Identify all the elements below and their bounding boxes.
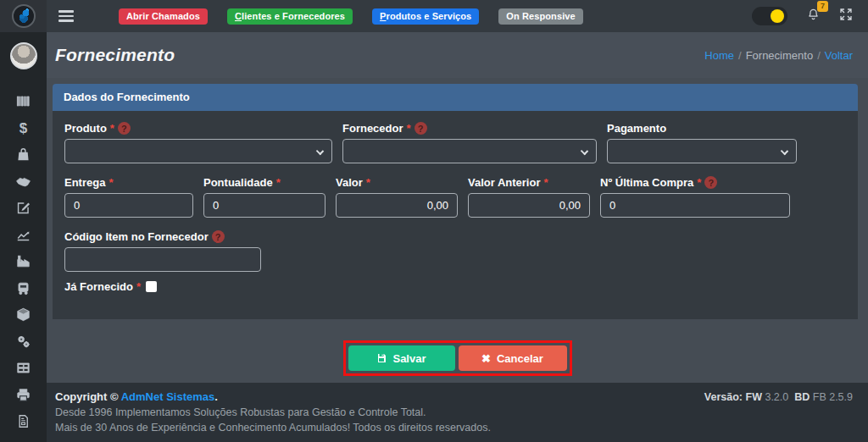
shopping-bag-icon[interactable]: [15, 146, 32, 163]
handshake-icon[interactable]: [15, 174, 32, 190]
fornecedor-select[interactable]: [342, 139, 597, 163]
theme-toggle[interactable]: [752, 7, 787, 25]
codigo-item-input[interactable]: [64, 247, 261, 272]
dollar-icon[interactable]: $: [15, 120, 32, 136]
shortcut-produtos-servicos[interactable]: Produtos e Serviços: [372, 8, 479, 25]
ja-fornecido-label: Já Fornecido*: [64, 280, 141, 293]
copyright-line: Copyright © AdmNet Sistemas.: [55, 390, 218, 403]
pagamento-label: Pagamento: [607, 122, 797, 135]
cogs-icon[interactable]: [15, 334, 32, 350]
file-invoice-icon[interactable]: [15, 413, 32, 429]
toggle-knob: [771, 9, 784, 23]
breadcrumb: Home/Fornecimento/Voltar: [704, 49, 853, 62]
bus-icon[interactable]: [15, 280, 32, 296]
entrega-label: Entrega*: [64, 176, 193, 189]
breadcrumb-home-link[interactable]: Home: [704, 49, 734, 62]
valor-input[interactable]: [336, 193, 458, 218]
notification-count-badge: 7: [817, 1, 828, 12]
printer-icon[interactable]: [15, 387, 32, 403]
box-icon[interactable]: [15, 307, 32, 323]
pontualidade-input[interactable]: [203, 193, 326, 218]
page-title: Fornecimento: [55, 45, 175, 65]
panel-body: Produto*? Fornecedor*? Pagamento: [53, 111, 858, 319]
fornecimento-panel: Dados do Fornecimento Produto*? Forneced…: [53, 84, 858, 319]
shortcut-clientes-fornecedores[interactable]: Clientes e Fornecedores: [227, 8, 353, 25]
codigo-item-help-icon[interactable]: ?: [212, 230, 225, 243]
admnet-link[interactable]: AdmNet Sistemas: [121, 390, 215, 403]
fullscreen-icon: [839, 8, 853, 21]
topbar-shortcuts: Abrir Chamados Clientes e Fornecedores P…: [119, 8, 583, 25]
produto-help-icon[interactable]: ?: [118, 122, 131, 135]
sidebar: $: [0, 0, 47, 442]
footer: Copyright © AdmNet Sistemas. Versão: FW …: [47, 383, 868, 442]
produto-label: Produto*?: [64, 122, 332, 135]
chevron-down-icon: [581, 147, 588, 155]
breadcrumb-voltar-link[interactable]: Voltar: [825, 49, 853, 62]
version-info: Versão: FW 3.2.0 BD FB 2.5.9: [704, 391, 853, 403]
app-logo[interactable]: [0, 0, 47, 32]
user-avatar[interactable]: [10, 42, 37, 69]
breadcrumb-current: Fornecimento: [746, 49, 813, 62]
footer-line-2: Desde 1996 Implementamos Soluções Robust…: [55, 406, 853, 418]
pontualidade-label: Pontualidade*: [203, 176, 326, 189]
edit-icon[interactable]: [15, 200, 32, 216]
chevron-down-icon: [781, 147, 788, 155]
chart-line-icon[interactable]: [15, 227, 32, 243]
footer-line-3: Mais de 30 Anos de Experiência e Conheci…: [55, 422, 853, 434]
table-icon[interactable]: [15, 360, 32, 376]
shortcut-abrir-chamados[interactable]: Abrir Chamados: [119, 8, 208, 25]
valor-anterior-input[interactable]: [468, 193, 590, 218]
x-icon: ✖: [481, 352, 491, 365]
shortcut-on-responsive[interactable]: On Responsive: [498, 8, 582, 25]
cancel-button[interactable]: ✖ Cancelar: [459, 345, 567, 371]
entrega-input[interactable]: [64, 193, 193, 218]
codigo-item-label: Código Item no Fornecedor?: [64, 230, 261, 243]
globe-logo-icon: [12, 4, 36, 28]
topbar: Abrir Chamados Clientes e Fornecedores P…: [47, 0, 868, 32]
ultima-compra-help-icon[interactable]: ?: [704, 176, 717, 189]
panel-title: Dados do Fornecimento: [53, 84, 858, 111]
ja-fornecido-checkbox[interactable]: [146, 281, 157, 292]
annotation-highlight-box: Salvar ✖ Cancelar: [343, 340, 572, 376]
menu-icon[interactable]: [58, 8, 74, 25]
num-ultima-compra-input[interactable]: [600, 193, 790, 218]
main-content: Dados do Fornecimento Produto*? Forneced…: [47, 78, 868, 383]
save-icon: [376, 353, 387, 363]
num-ultima-compra-label: Nº Última Compra*?: [600, 176, 790, 189]
fornecedor-help-icon[interactable]: ?: [415, 122, 427, 135]
chevron-down-icon: [316, 147, 324, 155]
valor-label: Valor*: [336, 176, 458, 189]
fornecedor-label: Fornecedor*?: [342, 122, 597, 135]
valor-anterior-label: Valor Anterior*: [468, 176, 590, 189]
produto-select[interactable]: [64, 139, 332, 163]
page-header: Fornecimento Home/Fornecimento/Voltar: [47, 32, 868, 78]
fullscreen-button[interactable]: [839, 8, 853, 25]
notifications-button[interactable]: 7: [806, 7, 821, 25]
barcode-icon[interactable]: [15, 93, 32, 109]
save-button[interactable]: Salvar: [348, 345, 455, 371]
pagamento-select[interactable]: [607, 139, 797, 163]
factory-icon[interactable]: [15, 253, 32, 269]
